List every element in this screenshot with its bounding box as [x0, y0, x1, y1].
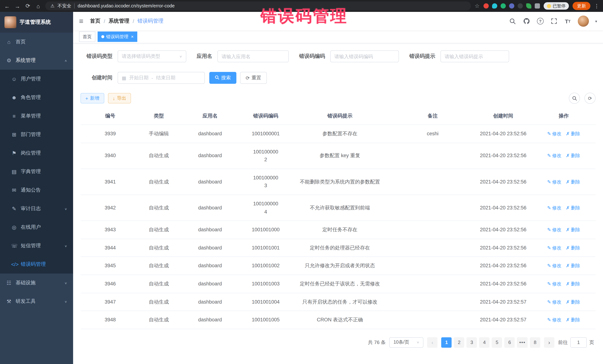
delete-link[interactable]: ✗删除 [566, 226, 580, 233]
breadcrumb-home[interactable]: 首页 [90, 18, 100, 24]
edit-link[interactable]: ✎修改 [547, 226, 561, 233]
sidebar-item-online[interactable]: ◎在线用户 [0, 218, 73, 236]
github-icon[interactable] [523, 17, 530, 25]
user-avatar[interactable] [578, 16, 589, 27]
error-message-input[interactable] [441, 50, 509, 62]
delete-link[interactable]: ✗删除 [566, 130, 580, 138]
extension-icon[interactable] [517, 3, 523, 9]
delete-icon: ✗ [566, 244, 570, 252]
close-icon[interactable]: × [131, 34, 134, 39]
delete-link[interactable]: ✗删除 [566, 316, 580, 324]
extension-icon[interactable] [483, 3, 488, 9]
page-more-button[interactable]: ••• [517, 337, 528, 348]
screen: 错误码管理 ← → ⟳ ⌂ ⚠ 不安全 dashboard.yudao.ioco… [0, 0, 603, 364]
sidebar-item-sms[interactable]: ☏短信管理∨ [0, 236, 73, 255]
delete-link[interactable]: ✗删除 [566, 262, 580, 270]
edit-link[interactable]: ✎修改 [547, 204, 561, 212]
search-button[interactable]: 搜索 [209, 72, 236, 84]
toggle-search-button[interactable] [569, 93, 580, 104]
browser-menu-icon[interactable]: ⋮ [594, 3, 599, 9]
extension-icon[interactable] [492, 3, 497, 9]
extension-icon[interactable] [500, 3, 506, 9]
edit-icon: ✎ [547, 178, 551, 186]
export-button[interactable]: ↓ 导出 [108, 93, 131, 103]
delete-link[interactable]: ✗删除 [566, 280, 580, 288]
page-button-8[interactable]: 8 [530, 337, 540, 348]
delete-icon: ✗ [566, 280, 570, 288]
sidebar-item-home[interactable]: ⌂首页 [0, 33, 73, 51]
page-size-select[interactable]: 10条/页 ∨ [389, 337, 424, 348]
delete-link[interactable]: ✗删除 [566, 244, 580, 252]
tag-error-code[interactable]: 错误码管理 × [98, 32, 137, 42]
delete-link[interactable]: ✗删除 [566, 152, 580, 160]
edit-link[interactable]: ✎修改 [547, 280, 561, 288]
edit-link[interactable]: ✎修改 [547, 316, 561, 324]
prev-page-button[interactable]: ‹ [427, 337, 438, 348]
edit-link[interactable]: ✎修改 [547, 298, 561, 306]
sidebar-item-menu[interactable]: ≡菜单管理 [0, 107, 73, 125]
sidebar-item-dict[interactable]: ▤字典管理 [0, 162, 73, 181]
error-type-select[interactable]: 请选择错误码类型 ∨ [118, 50, 186, 62]
page-button-3[interactable]: 3 [467, 337, 477, 348]
page-button-1[interactable]: 1 [441, 337, 452, 348]
app-logo-row[interactable]: 芋道管理系统 [0, 12, 73, 33]
font-size-icon[interactable]: TT [564, 17, 571, 25]
edit-link[interactable]: ✎修改 [547, 178, 561, 186]
edit-link[interactable]: ✎修改 [547, 152, 561, 160]
edit-icon: ✎ [547, 204, 551, 212]
edit-link[interactable]: ✎修改 [547, 262, 561, 270]
browser-back-icon[interactable]: ← [4, 3, 10, 9]
cell-remark [391, 143, 475, 169]
delete-link[interactable]: ✗删除 [566, 178, 580, 186]
delete-link[interactable]: ✗删除 [566, 204, 580, 212]
extension-icon[interactable] [509, 3, 514, 9]
page-button-4[interactable]: 4 [479, 337, 490, 348]
app-name-input[interactable] [218, 50, 289, 62]
error-code-input[interactable] [330, 50, 399, 62]
fullscreen-icon[interactable] [550, 17, 558, 25]
refresh-table-button[interactable]: ⟳ [584, 93, 596, 104]
search-icon[interactable] [509, 17, 517, 25]
sidebar-item-post[interactable]: ⚑岗位管理 [0, 144, 73, 162]
delete-link[interactable]: ✗删除 [566, 298, 580, 306]
sidebar-item-devtools[interactable]: ⚒研发工具∨ [0, 292, 73, 311]
edit-link[interactable]: ✎修改 [547, 130, 561, 138]
edit-link[interactable]: ✎修改 [547, 244, 561, 252]
next-page-button[interactable]: › [544, 337, 554, 348]
browser-update-button[interactable]: 更新 [573, 2, 590, 10]
sidebar-item-notice[interactable]: ✉通知公告 [0, 181, 73, 199]
page-button-5[interactable]: 5 [492, 337, 502, 348]
sidebar-item-user[interactable]: ☺用户管理 [0, 70, 73, 88]
sidebar-item-audit[interactable]: ✎审计日志∨ [0, 199, 73, 218]
help-icon[interactable]: ? [537, 17, 544, 25]
bookmark-star-icon[interactable]: ☆ [475, 3, 480, 9]
add-button[interactable]: + 新增 [81, 93, 104, 103]
sidebar-item-system[interactable]: ⚙系统管理∧ [0, 51, 73, 70]
column-header: 错误码提示 [289, 108, 391, 125]
extensions-puzzle-icon[interactable] [534, 3, 540, 9]
hamburger-icon[interactable]: ≡ [79, 17, 83, 25]
page-button-6[interactable]: 6 [504, 337, 515, 348]
cell-type: 自动生成 [140, 143, 178, 169]
sidebar-item-infra[interactable]: ☷基础设施∨ [0, 274, 73, 292]
edit-link-label: 修改 [552, 262, 561, 270]
paused-badge[interactable]: 已暂停 [544, 2, 569, 10]
reset-button[interactable]: ⟳ 重置 [240, 72, 267, 84]
browser-forward-icon[interactable]: → [14, 3, 21, 9]
page-button-2[interactable]: 2 [454, 337, 464, 348]
extension-icon[interactable] [526, 3, 531, 9]
tag-home[interactable]: 首页 [79, 32, 95, 42]
cell-remark [391, 311, 475, 329]
browser-reload-icon[interactable]: ⟳ [24, 3, 31, 9]
goto-label: 前往 [558, 339, 568, 346]
browser-home-icon[interactable]: ⌂ [35, 3, 42, 9]
chevron-down-icon[interactable]: ▾ [595, 19, 597, 23]
sidebar-item-role[interactable]: ☻角色管理 [0, 88, 73, 107]
sidebar-item-error-code[interactable]: </>错误码管理 [0, 255, 73, 274]
table-tools: ⟳ [569, 93, 596, 104]
goto-page-input[interactable] [570, 337, 587, 348]
breadcrumb-system[interactable]: 系统管理 [109, 18, 129, 24]
address-bar[interactable]: ⚠ 不安全 dashboard.yudao.iocoder.cn/system/… [45, 1, 471, 10]
date-range-picker[interactable]: ▦ 开始日期 - 结束日期 [118, 72, 205, 84]
sidebar-item-dept[interactable]: ⊞部门管理 [0, 125, 73, 144]
